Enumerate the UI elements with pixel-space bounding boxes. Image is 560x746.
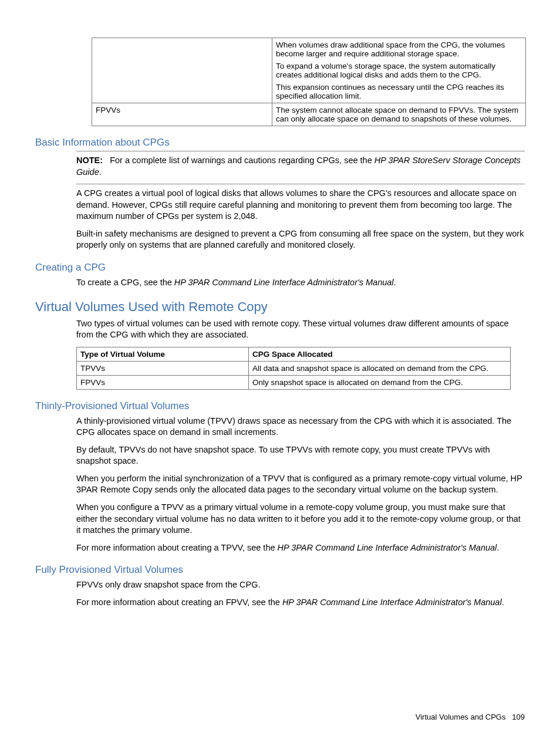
- body-text: A CPG creates a virtual pool of logical …: [76, 188, 525, 222]
- footer-section: Virtual Volumes and CPGs: [416, 713, 506, 721]
- cell-tpvvs: TPVVs: [77, 361, 249, 375]
- text-italic: HP 3PAR Command Line Interface Administr…: [282, 598, 502, 607]
- heading-virtual-volumes-remote-copy: Virtual Volumes Used with Remote Copy: [35, 299, 525, 315]
- text-italic: HP 3PAR Command Line Interface Administr…: [278, 543, 497, 552]
- body-text: For more information about creating an F…: [76, 597, 525, 609]
- table-row: FPVVs Only snapshot space is allocated o…: [77, 375, 511, 389]
- text-pre: To create a CPG, see the: [76, 278, 174, 287]
- cell-expansion-desc: When volumes draw additional space from …: [272, 38, 526, 103]
- body-text: When you configure a TPVV as a primary v…: [76, 502, 525, 536]
- virtual-volume-types-table: Type of Virtual Volume CPG Space Allocat…: [76, 347, 511, 390]
- note-label: NOTE:: [76, 156, 103, 165]
- footer-page-number: 109: [512, 713, 525, 721]
- body-text: Two types of virtual volumes can be used…: [76, 318, 525, 341]
- heading-fpvv: Fully Provisioned Virtual Volumes: [35, 564, 525, 576]
- text-post: .: [497, 543, 499, 552]
- text-pre: For more information about creating an F…: [76, 598, 282, 607]
- body-text: A thinly-provisioned virtual volume (TPV…: [76, 416, 525, 438]
- table-row: FPVVs The system cannot allocate space o…: [92, 103, 526, 126]
- heading-basic-info-cpgs: Basic Information about CPGs: [35, 137, 525, 148]
- cell-fpvvs-label: FPVVs: [92, 103, 272, 126]
- text-post: .: [394, 278, 396, 287]
- table-header-row: Type of Virtual Volume CPG Space Allocat…: [77, 347, 511, 361]
- cell-fpvvs-desc: Only snapshot space is allocated on dema…: [249, 375, 511, 389]
- note-text-pre: For a complete list of warnings and caut…: [110, 156, 375, 165]
- col-header-type: Type of Virtual Volume: [77, 347, 249, 361]
- divider: [76, 184, 525, 184]
- col-header-space: CPG Space Allocated: [249, 347, 511, 361]
- table-row: When volumes draw additional space from …: [92, 38, 526, 103]
- body-text: When you perform the initial synchroniza…: [76, 473, 525, 496]
- text-pre: For more information about creating a TP…: [76, 543, 278, 552]
- cell-empty: [92, 38, 272, 103]
- body-text: By default, TPVVs do not have snapshot s…: [76, 444, 525, 467]
- cell-text: This expansion continues as necessary un…: [276, 83, 522, 100]
- cell-tpvvs-desc: All data and snapshot space is allocated…: [249, 361, 511, 375]
- heading-creating-cpg: Creating a CPG: [35, 262, 525, 274]
- body-text: To create a CPG, see the HP 3PAR Command…: [76, 277, 525, 289]
- cell-fpvvs: FPVVs: [77, 375, 249, 389]
- note-paragraph: NOTE: For a complete list of warnings an…: [76, 155, 525, 178]
- page-footer: Virtual Volumes and CPGs 109: [416, 713, 525, 721]
- cpg-expansion-table: When volumes draw additional space from …: [92, 38, 526, 126]
- note-text-post: .: [99, 167, 102, 177]
- text-post: .: [502, 598, 504, 607]
- body-text: For more information about creating a TP…: [76, 542, 525, 554]
- heading-tpvv: Thinly-Provisioned Virtual Volumes: [35, 400, 525, 412]
- cell-text: To expand a volume's storage space, the …: [276, 62, 522, 79]
- cell-fpvvs-desc: The system cannot allocate space on dema…: [272, 103, 526, 126]
- divider: [76, 151, 525, 151]
- body-text: FPVVs only draw snapshot space from the …: [76, 579, 525, 591]
- table-row: TPVVs All data and snapshot space is all…: [77, 361, 511, 375]
- text-italic: HP 3PAR Command Line Interface Administr…: [174, 278, 394, 287]
- cell-text: When volumes draw additional space from …: [276, 40, 522, 58]
- body-text: Built-in safety mechanisms are designed …: [76, 228, 525, 251]
